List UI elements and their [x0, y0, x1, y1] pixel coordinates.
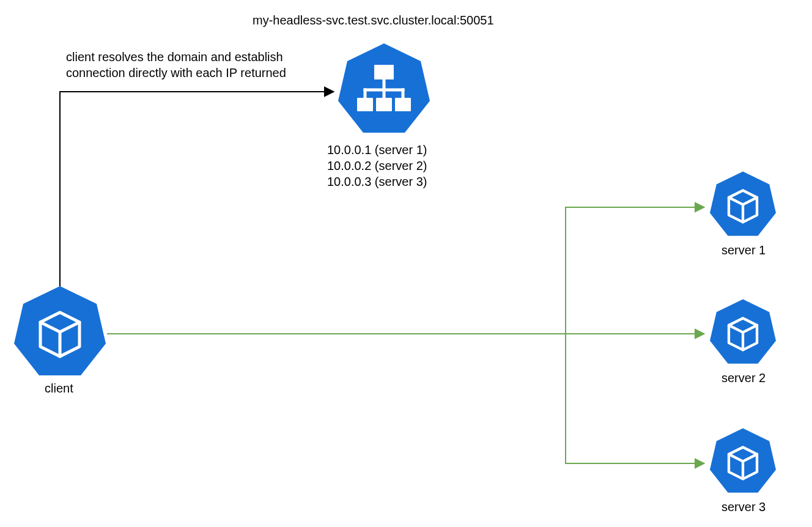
svg-rect-0 — [374, 65, 394, 79]
arrow-client-to-server1 — [566, 207, 704, 334]
svg-rect-1 — [357, 98, 373, 111]
dns-result-1: 10.0.0.1 (server 1) — [327, 143, 427, 157]
service-icon — [338, 43, 430, 133]
server3-label: server 3 — [722, 500, 766, 514]
server2-label: server 2 — [722, 371, 766, 385]
dns-result-2: 10.0.0.2 (server 2) — [327, 159, 427, 173]
arrow-client-to-dns — [60, 92, 334, 287]
dns-result-3: 10.0.0.3 (server 3) — [327, 175, 427, 189]
server1-label: server 1 — [722, 243, 766, 257]
svg-rect-2 — [376, 98, 392, 111]
arrow-client-to-server3 — [566, 334, 704, 463]
client-pod-icon — [14, 286, 106, 375]
server2-pod-icon — [710, 300, 776, 364]
diagram-title: my-headless-svc.test.svc.cluster.local:5… — [253, 13, 494, 28]
server3-pod-icon — [710, 429, 776, 493]
svg-rect-3 — [395, 98, 411, 111]
annotation-text: client resolves the domain and establish… — [66, 49, 286, 81]
server1-pod-icon — [710, 172, 776, 236]
client-label: client — [45, 381, 73, 396]
